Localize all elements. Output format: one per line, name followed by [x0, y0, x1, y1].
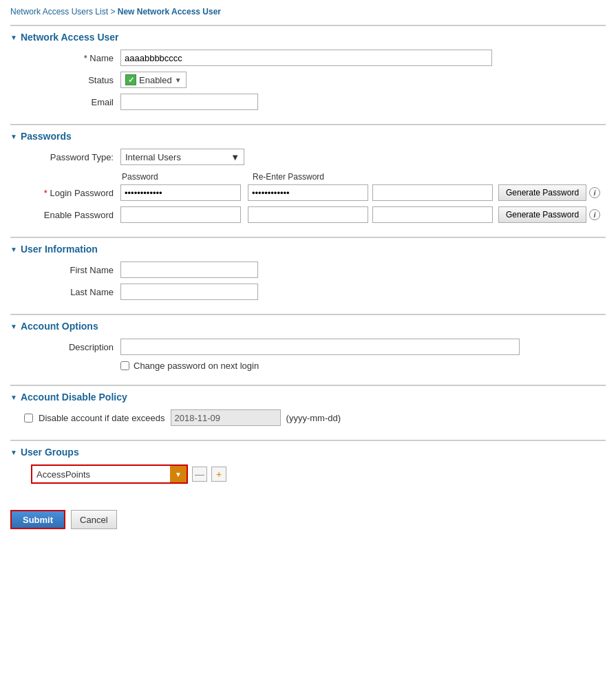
description-row: Description [24, 339, 606, 355]
enable-password-row: Enable Password Generate Password i [24, 206, 606, 223]
submit-button[interactable]: Submit [10, 510, 65, 529]
enable-generate-password-button[interactable]: Generate Password [498, 206, 586, 223]
enable-password-input[interactable] [120, 206, 241, 223]
disable-date-input[interactable] [171, 409, 281, 426]
group-select[interactable]: AccessPoints [32, 466, 170, 482]
enable-password-label: Enable Password [24, 210, 120, 220]
disable-date-label: Disable account if date exceeds [39, 413, 165, 423]
account-disable-policy-header: ▼ Account Disable Policy [10, 386, 606, 407]
description-label: Description [24, 342, 120, 352]
account-options-header: ▼ Account Options [10, 315, 606, 336]
user-info-collapse-icon[interactable]: ▼ [10, 246, 17, 253]
status-dropdown[interactable]: Enabled ▼ [120, 72, 187, 88]
login-password-info-icon[interactable]: i [589, 187, 600, 198]
name-label: * Name [24, 53, 120, 63]
name-input[interactable] [120, 50, 492, 66]
first-name-label: First Name [24, 265, 120, 275]
group-row: AccessPoints — + [24, 464, 606, 484]
group-remove-button[interactable]: — [192, 467, 207, 482]
change-password-label: Change password on next login [134, 361, 259, 371]
network-access-user-header: ▼ Network Access User [10, 26, 606, 47]
passwords-content: Password Type: Internal Users ▼ Password… [10, 146, 606, 237]
passwords-collapse-icon[interactable]: ▼ [10, 133, 17, 140]
group-dropdown-button[interactable] [170, 466, 187, 482]
date-format-hint: (yyyy-mm-dd) [286, 413, 341, 423]
password-type-label: Password Type: [24, 152, 120, 162]
status-row: Status Enabled ▼ [24, 72, 606, 88]
user-groups-content: AccessPoints — + [10, 462, 606, 498]
status-value: Enabled [139, 75, 172, 85]
login-generate-password-button[interactable]: Generate Password [498, 184, 586, 201]
status-dropdown-arrow-icon: ▼ [175, 76, 182, 84]
account-options-content: Description Change password on next logi… [10, 336, 606, 385]
breadcrumb-link[interactable]: Network Access Users List [10, 7, 108, 17]
disable-date-row: Disable account if date exceeds (yyyy-mm… [24, 409, 606, 426]
breadcrumb-current: New Network Access User [118, 7, 221, 17]
user-information-section: ▼ User Information First Name Last Name [10, 237, 606, 314]
enable-password-info-icon[interactable]: i [589, 209, 600, 220]
login-password-label: Login Password [24, 188, 120, 198]
last-name-row: Last Name [24, 284, 606, 300]
change-password-row: Change password on next login [24, 361, 606, 371]
user-information-header: ▼ User Information [10, 238, 606, 259]
user-groups-collapse-icon[interactable]: ▼ [10, 449, 17, 456]
password-type-select[interactable]: Internal Users ▼ [120, 149, 244, 165]
password-type-arrow-icon: ▼ [231, 152, 240, 162]
email-input[interactable] [120, 94, 258, 110]
user-information-content: First Name Last Name [10, 259, 606, 314]
first-name-row: First Name [24, 261, 606, 278]
login-password-input[interactable] [120, 184, 241, 201]
disable-policy-collapse-icon[interactable]: ▼ [10, 394, 17, 401]
user-groups-title: User Groups [21, 447, 79, 458]
submit-row: Submit Cancel [10, 504, 606, 529]
network-access-user-title: Network Access User [21, 32, 119, 43]
account-options-title: Account Options [21, 321, 98, 332]
account-disable-policy-content: Disable account if date exceeds (yyyy-mm… [10, 407, 606, 440]
user-groups-header: ▼ User Groups [10, 441, 606, 462]
password-type-row: Password Type: Internal Users ▼ [24, 149, 606, 165]
breadcrumb-separator: > [110, 7, 117, 17]
passwords-title: Passwords [21, 131, 72, 142]
password-col-headers: Password Re-Enter Password [24, 172, 606, 182]
enable-password-extra-input[interactable] [372, 206, 493, 223]
email-row: Email [24, 94, 606, 110]
user-groups-section: ▼ User Groups AccessPoints — + [10, 440, 606, 498]
last-name-label: Last Name [24, 287, 120, 297]
reenter-col-header: Re-Enter Password [251, 172, 375, 182]
account-disable-policy-section: ▼ Account Disable Policy Disable account… [10, 385, 606, 440]
enable-reenter-password-input[interactable] [248, 206, 368, 223]
user-information-title: User Information [21, 244, 98, 255]
status-check-icon [125, 74, 136, 85]
login-password-extra-input[interactable] [372, 184, 493, 201]
group-select-wrapper: AccessPoints [31, 464, 188, 484]
description-input[interactable] [120, 339, 520, 355]
last-name-input[interactable] [120, 284, 258, 300]
account-disable-policy-title: Account Disable Policy [21, 392, 127, 403]
breadcrumb: Network Access Users List > New Network … [10, 7, 606, 17]
passwords-section: ▼ Passwords Password Type: Internal User… [10, 124, 606, 237]
collapse-triangle-icon[interactable]: ▼ [10, 34, 17, 41]
passwords-header: ▼ Passwords [10, 125, 606, 146]
cancel-button[interactable]: Cancel [71, 510, 116, 529]
disable-date-checkbox[interactable] [24, 414, 33, 423]
password-col-header: Password [120, 172, 244, 182]
status-label: Status [24, 75, 120, 85]
email-label: Email [24, 97, 120, 107]
account-options-collapse-icon[interactable]: ▼ [10, 323, 17, 330]
login-password-row: Login Password Generate Password i [24, 184, 606, 201]
change-password-checkbox[interactable] [120, 361, 129, 370]
group-value: AccessPoints [36, 469, 90, 480]
network-access-user-content: * Name Status Enabled ▼ Email [10, 47, 606, 124]
login-reenter-password-input[interactable] [248, 184, 368, 201]
name-row: * Name [24, 50, 606, 66]
password-type-value: Internal Users [125, 152, 181, 162]
account-options-section: ▼ Account Options Description Change pas… [10, 314, 606, 385]
group-add-button[interactable]: + [211, 467, 226, 482]
network-access-user-section: ▼ Network Access User * Name Status Enab… [10, 25, 606, 124]
first-name-input[interactable] [120, 261, 258, 278]
